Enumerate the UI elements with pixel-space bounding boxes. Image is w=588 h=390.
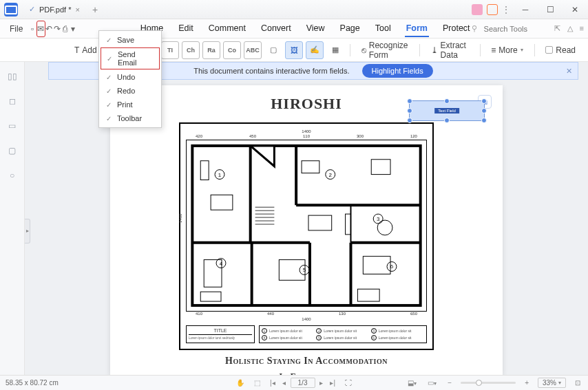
attachments-icon[interactable]: ▭ bbox=[6, 120, 19, 132]
minimize-button[interactable]: ─ bbox=[515, 1, 536, 18]
check-icon: ✓ bbox=[107, 55, 112, 63]
legend-title: TITLE bbox=[189, 328, 252, 335]
thumbnails-icon[interactable]: ▯▯ bbox=[6, 70, 19, 83]
zoom-slider[interactable] bbox=[461, 382, 516, 384]
select-tool-icon[interactable]: ⬚ bbox=[252, 379, 262, 387]
pdf-page: ⧉ HIROSHI Text Field 1400 42045011030012… bbox=[110, 85, 503, 375]
svg-text:3: 3 bbox=[377, 216, 380, 222]
button-tool[interactable]: ▢ bbox=[264, 41, 282, 59]
dim-left: 1400 bbox=[178, 214, 182, 223]
menu-convert[interactable]: Convert bbox=[260, 21, 293, 37]
help-icon[interactable]: ≡ bbox=[580, 24, 584, 33]
next-page-icon[interactable]: ▸ bbox=[317, 379, 325, 387]
upgrade-icon[interactable] bbox=[487, 4, 498, 15]
view-mode-icon[interactable]: ▭▾ bbox=[426, 379, 439, 387]
highlight-fields-button[interactable]: Highlight Fields bbox=[362, 64, 433, 78]
check-icon: ✓ bbox=[106, 36, 112, 44]
maximize-button[interactable]: ☐ bbox=[540, 1, 560, 18]
search-icon: ⚲ bbox=[472, 24, 477, 33]
banner-close-icon[interactable]: ✕ bbox=[566, 67, 572, 76]
close-window-button[interactable]: ✕ bbox=[565, 1, 585, 18]
cloud-icon[interactable]: △ bbox=[567, 24, 573, 33]
dropdown-save[interactable]: ✓Save bbox=[99, 33, 161, 47]
signature-tool[interactable]: ✍ bbox=[306, 41, 324, 59]
new-tab-button[interactable]: + bbox=[87, 4, 103, 15]
redo-icon[interactable]: ↷ bbox=[53, 21, 61, 37]
fit-width-icon[interactable]: ⬓▾ bbox=[406, 379, 419, 387]
dim-total-bottom: 1400 bbox=[186, 317, 427, 321]
textfield-tool[interactable]: TI bbox=[161, 41, 179, 59]
sidebar-expand-handle[interactable]: ▸ bbox=[25, 219, 30, 243]
svg-rect-25 bbox=[302, 161, 319, 173]
svg-rect-33 bbox=[200, 292, 221, 301]
avatar-icon[interactable] bbox=[472, 4, 483, 15]
more-button[interactable]: ≡ More▾ bbox=[485, 45, 528, 55]
read-checkbox-icon bbox=[545, 46, 553, 54]
menu-comment[interactable]: Comment bbox=[207, 21, 247, 37]
save-icon[interactable]: ▫ bbox=[28, 21, 36, 37]
dropdown-print[interactable]: ✓Print bbox=[99, 98, 161, 111]
recognize-form-button[interactable]: ⎋ Recognize Form bbox=[356, 41, 414, 60]
add-text-tool[interactable]: TAdd bbox=[69, 45, 103, 55]
listbox-tool[interactable]: ABC bbox=[244, 41, 262, 59]
svg-point-28 bbox=[377, 220, 392, 235]
main-menu: Home Edit Comment Convert View Page Tool… bbox=[139, 21, 472, 37]
menu-page[interactable]: Page bbox=[339, 21, 361, 37]
read-toggle[interactable]: Read bbox=[540, 45, 581, 55]
checkbox-tool[interactable]: Ch bbox=[182, 41, 200, 59]
customize-dropdown-icon[interactable]: ▾ bbox=[69, 21, 77, 37]
zoom-out-icon[interactable]: − bbox=[445, 379, 454, 387]
send-email-icon[interactable]: ✉ bbox=[36, 21, 45, 37]
menu-protect[interactable]: Protect bbox=[441, 21, 472, 37]
image-field-tool[interactable]: 🖼 bbox=[285, 41, 303, 59]
extract-data-button[interactable]: ⤓ Extract Data bbox=[426, 41, 474, 60]
print-icon[interactable]: ⎙ bbox=[61, 21, 70, 37]
fit-page-icon[interactable]: ⊡ bbox=[573, 379, 582, 387]
close-tab-icon[interactable]: × bbox=[75, 6, 79, 14]
page-indicator[interactable]: 1/3 bbox=[291, 378, 315, 388]
date-field-tool[interactable]: ▦ bbox=[326, 41, 344, 59]
menu-form[interactable]: Form bbox=[405, 21, 429, 37]
fullscreen-icon[interactable]: ⛶ bbox=[343, 379, 354, 387]
floor-plan: 1 2 3 4 5 6 bbox=[186, 140, 427, 312]
layers-icon[interactable]: ▢ bbox=[6, 144, 19, 157]
hand-tool-icon[interactable]: ✋ bbox=[234, 379, 246, 387]
banner-message: This document contains interactive form … bbox=[193, 67, 349, 75]
menu-view[interactable]: View bbox=[305, 21, 326, 37]
selected-text-field[interactable]: Text Field bbox=[409, 100, 485, 121]
svg-rect-32 bbox=[363, 257, 390, 274]
last-page-icon[interactable]: ▸| bbox=[328, 379, 337, 387]
file-menu[interactable]: File bbox=[4, 24, 28, 34]
check-icon: ✓ bbox=[106, 74, 112, 81]
dropdown-send-email[interactable]: ✓Send Email bbox=[101, 47, 160, 69]
search-input[interactable] bbox=[484, 25, 539, 33]
undo-icon[interactable]: ↶ bbox=[45, 21, 54, 37]
more-icon: ≡ bbox=[491, 45, 496, 55]
svg-text:4: 4 bbox=[220, 261, 223, 267]
status-bar: 58.35 x 80.72 cm ✋ ⬚ |◂ ◂ 1/3 ▸ ▸| ⛶ ⬓▾ … bbox=[0, 375, 588, 390]
menu-edit[interactable]: Edit bbox=[177, 21, 195, 37]
svg-rect-26 bbox=[371, 160, 390, 175]
first-page-icon[interactable]: |◂ bbox=[268, 379, 277, 387]
document-tab[interactable]: ✓ PDF.pdf * × bbox=[22, 2, 87, 17]
svg-rect-24 bbox=[211, 195, 233, 210]
field-label: Text Field bbox=[434, 108, 459, 113]
zoom-in-icon[interactable]: + bbox=[523, 379, 531, 387]
combo-tool[interactable]: Co bbox=[223, 41, 241, 59]
pdf-icon: ✓ bbox=[29, 5, 35, 14]
svg-text:1: 1 bbox=[218, 172, 222, 178]
dropdown-redo[interactable]: ✓Redo bbox=[99, 84, 161, 98]
search-panel-icon[interactable]: ○ bbox=[6, 169, 19, 182]
zoom-level[interactable]: 33%▾ bbox=[538, 378, 566, 388]
dropdown-toolbar[interactable]: ✓Toolbar bbox=[99, 111, 161, 125]
menu-tool[interactable]: Tool bbox=[374, 21, 392, 37]
dropdown-undo[interactable]: ✓Undo bbox=[99, 70, 161, 84]
svg-rect-23 bbox=[200, 161, 209, 180]
doc-subtitle-1: Holistic Staying In Accommodation bbox=[110, 356, 503, 367]
prev-page-icon[interactable]: ◂ bbox=[280, 379, 288, 387]
more-menu-icon[interactable]: ⋮ bbox=[502, 5, 511, 14]
check-icon: ✓ bbox=[106, 87, 112, 95]
share-icon[interactable]: ⇱ bbox=[554, 24, 560, 33]
bookmarks-icon[interactable]: ◻ bbox=[6, 95, 19, 107]
radio-tool[interactable]: Ra bbox=[202, 41, 220, 59]
